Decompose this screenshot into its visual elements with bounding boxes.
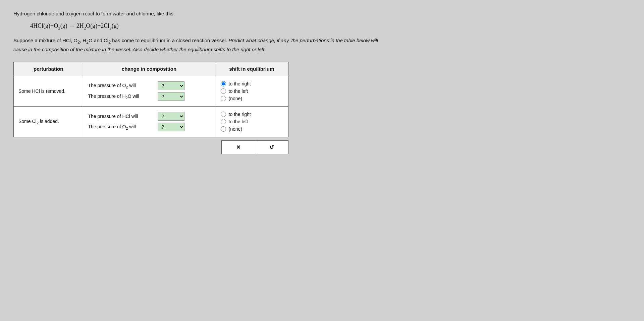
radio-item-1-none[interactable]: (none) xyxy=(221,96,283,101)
radio-item-2-right[interactable]: to the right xyxy=(221,112,283,117)
bottom-button-area: ✕ ↺ xyxy=(13,140,288,154)
perturbation-2: Some Cl2 is added. xyxy=(14,107,83,137)
radio-2-none[interactable] xyxy=(221,126,226,132)
description-text: Suppose a mixture of HCl, O2, H2O and Cl… xyxy=(13,37,382,54)
header-composition: change in composition xyxy=(83,62,215,76)
radio-item-2-left[interactable]: to the left xyxy=(221,119,283,124)
table-row-2: Some Cl2 is added. The pressure of HCl w… xyxy=(14,107,288,137)
radio-item-1-left[interactable]: to the left xyxy=(221,88,283,94)
action-buttons: ✕ ↺ xyxy=(221,140,288,154)
comp-row-1a: The pressure of O2 will ? increase decre… xyxy=(88,81,210,90)
comp-row-2a: The pressure of HCl will ? increase decr… xyxy=(88,112,210,121)
comp-label-2a: The pressure of HCl will xyxy=(88,114,155,119)
radio-group-2: to the right to the left (none) xyxy=(221,112,283,132)
comp-label-2b: The pressure of O2 will xyxy=(88,124,155,130)
radio-group-1: to the right to the left (none) xyxy=(221,81,283,101)
comp-row-2b: The pressure of O2 will ? increase decre… xyxy=(88,123,210,131)
radio-1-right[interactable] xyxy=(221,81,226,86)
comp-row-1b: The pressure of H2O will ? increase decr… xyxy=(88,92,210,101)
equilibrium-table: perturbation change in composition shift… xyxy=(13,62,288,137)
radio-label-2-right: to the right xyxy=(229,112,251,117)
radio-label-2-left: to the left xyxy=(229,119,248,124)
reset-button[interactable]: ↺ xyxy=(255,141,288,154)
radio-item-1-right[interactable]: to the right xyxy=(221,81,283,86)
header-perturbation: perturbation xyxy=(14,62,83,76)
perturbation-1: Some HCl is removed. xyxy=(14,76,83,107)
radio-label-1-none: (none) xyxy=(229,96,242,101)
equilibrium-cell-2: to the right to the left (none) xyxy=(215,107,288,137)
radio-1-left[interactable] xyxy=(221,88,226,94)
comp-select-1b[interactable]: ? increase decrease stay the same xyxy=(158,92,184,101)
radio-1-none[interactable] xyxy=(221,96,226,101)
radio-item-2-none[interactable]: (none) xyxy=(221,126,283,132)
comp-select-2b[interactable]: ? increase decrease stay the same xyxy=(158,123,184,131)
radio-label-1-right: to the right xyxy=(229,81,251,86)
comp-select-1a[interactable]: ? increase decrease stay the same xyxy=(158,81,184,90)
table-row-1: Some HCl is removed. The pressure of O2 … xyxy=(14,76,288,107)
chemical-equation: 4HCl(g)+O2(g) → 2H2O(g)+2Cl2(g) xyxy=(30,22,631,31)
radio-label-2-none: (none) xyxy=(229,126,242,132)
composition-cell-2: The pressure of HCl will ? increase decr… xyxy=(83,107,215,137)
radio-2-left[interactable] xyxy=(221,119,226,124)
header-equilibrium: shift in equilibrium xyxy=(215,62,288,76)
composition-cell-1: The pressure of O2 will ? increase decre… xyxy=(83,76,215,107)
comp-label-1b: The pressure of H2O will xyxy=(88,93,155,100)
intro-line1: Hydrogen chloride and oxygen react to fo… xyxy=(13,10,631,18)
radio-label-1-left: to the left xyxy=(229,88,248,94)
comp-label-1a: The pressure of O2 will xyxy=(88,83,155,89)
radio-2-right[interactable] xyxy=(221,112,226,117)
clear-button[interactable]: ✕ xyxy=(222,141,255,154)
comp-select-2a[interactable]: ? increase decrease stay the same xyxy=(158,112,184,121)
equilibrium-cell-1: to the right to the left (none) xyxy=(215,76,288,107)
